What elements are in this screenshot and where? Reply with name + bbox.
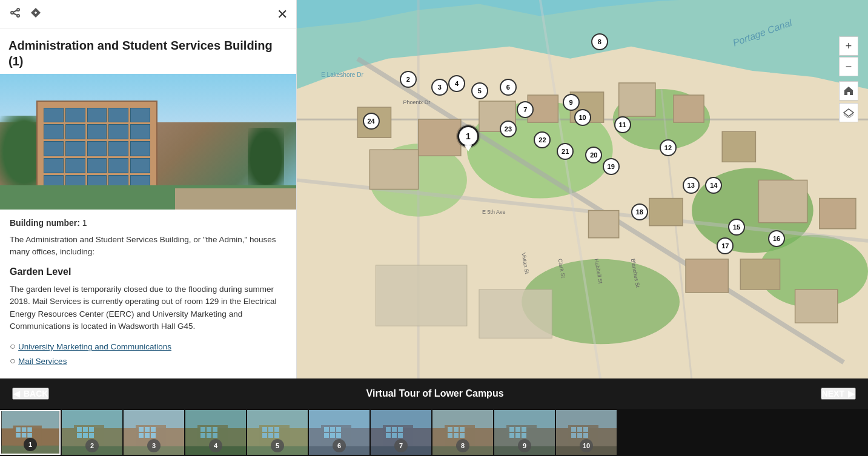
- svg-rect-43: [22, 427, 27, 432]
- svg-rect-136: [577, 433, 582, 438]
- layers-button[interactable]: [839, 103, 858, 122]
- map-marker-2[interactable]: 2: [400, 71, 417, 88]
- map-marker-15[interactable]: 15: [728, 219, 745, 236]
- svg-rect-122: [509, 427, 514, 432]
- map-container[interactable]: Portage Canal E Lakeshore Dr Vivian St C…: [297, 0, 868, 378]
- back-button[interactable]: ◀ BACK: [12, 388, 49, 400]
- map-marker-13[interactable]: 13: [683, 177, 700, 194]
- map-marker-3[interactable]: 3: [431, 79, 448, 96]
- map-marker-18[interactable]: 18: [631, 203, 648, 220]
- svg-rect-135: [571, 433, 576, 438]
- svg-rect-83: [268, 427, 273, 432]
- svg-rect-56: [83, 433, 88, 438]
- next-button[interactable]: NEXT ▶: [821, 388, 856, 400]
- directions-button[interactable]: [29, 6, 42, 22]
- svg-rect-85: [262, 433, 267, 438]
- map-marker-10[interactable]: 10: [574, 109, 591, 126]
- map-marker-17[interactable]: 17: [717, 237, 734, 254]
- svg-rect-113: [454, 427, 459, 432]
- map-marker-23[interactable]: 23: [500, 121, 517, 137]
- svg-point-1: [11, 12, 13, 14]
- thumbnail-1[interactable]: 1: [0, 410, 61, 455]
- svg-line-4: [13, 13, 17, 15]
- thumbnail-9[interactable]: 9: [494, 410, 555, 455]
- svg-rect-115: [448, 433, 452, 438]
- thumbnail-7[interactable]: 7: [371, 410, 431, 455]
- panel-header: ✕: [0, 0, 296, 29]
- svg-rect-28: [376, 265, 466, 326]
- map-marker-12[interactable]: 12: [660, 139, 677, 156]
- map-marker-16[interactable]: 16: [768, 230, 785, 247]
- svg-rect-42: [16, 427, 21, 432]
- map-marker-1[interactable]: 1: [457, 125, 479, 147]
- bottom-bar: ◀ BACK Virtual Tour of Lower Campus NEXT…: [0, 378, 868, 409]
- svg-rect-46: [22, 433, 27, 438]
- zoom-out-button[interactable]: −: [839, 57, 858, 76]
- svg-rect-62: [139, 427, 144, 432]
- next-label: NEXT: [822, 389, 844, 398]
- map-marker-20[interactable]: 20: [585, 147, 602, 164]
- thumbnail-3[interactable]: 3: [124, 410, 184, 455]
- map-marker-7[interactable]: 7: [517, 101, 534, 118]
- svg-rect-53: [83, 427, 88, 432]
- map-marker-6[interactable]: 6: [500, 79, 517, 96]
- svg-rect-95: [324, 433, 329, 438]
- svg-rect-63: [145, 427, 150, 432]
- thumb-number-10: 10: [580, 439, 593, 452]
- thumbnail-6[interactable]: 6: [309, 410, 369, 455]
- home-button[interactable]: [839, 81, 858, 101]
- svg-rect-29: [479, 289, 552, 338]
- svg-rect-126: [515, 433, 520, 438]
- map-marker-8[interactable]: 8: [591, 33, 608, 50]
- svg-rect-25: [686, 259, 728, 292]
- close-icon: ✕: [277, 7, 288, 22]
- svg-rect-19: [820, 199, 856, 229]
- svg-rect-72: [200, 427, 205, 432]
- map-marker-11[interactable]: 11: [614, 116, 631, 133]
- map-marker-21[interactable]: 21: [557, 143, 574, 160]
- svg-rect-137: [583, 433, 588, 438]
- university-marketing-link[interactable]: University Marketing and Communications: [18, 342, 171, 351]
- svg-rect-107: [398, 433, 403, 438]
- svg-rect-84: [274, 427, 279, 432]
- thumbnail-10[interactable]: 10: [556, 410, 617, 455]
- map-marker-4[interactable]: 4: [448, 75, 465, 92]
- svg-rect-127: [522, 433, 526, 438]
- map-marker-22[interactable]: 22: [534, 131, 551, 148]
- thumbnail-2[interactable]: 2: [62, 410, 122, 455]
- svg-rect-124: [522, 427, 526, 432]
- map-marker-14[interactable]: 14: [705, 177, 722, 194]
- svg-rect-117: [460, 433, 465, 438]
- svg-rect-45: [16, 433, 21, 438]
- share-button[interactable]: [8, 6, 22, 22]
- thumbnail-8[interactable]: 8: [432, 410, 493, 455]
- svg-rect-76: [207, 433, 211, 438]
- svg-rect-105: [386, 433, 391, 438]
- close-button[interactable]: ✕: [277, 7, 288, 22]
- thumbnail-5[interactable]: 5: [247, 410, 308, 455]
- zoom-in-button[interactable]: +: [839, 36, 858, 56]
- svg-rect-24: [369, 150, 418, 189]
- panel-body: Building number: 1 The Administration an…: [0, 210, 296, 379]
- svg-rect-97: [336, 433, 341, 438]
- thumb-number-2: 2: [85, 439, 99, 452]
- map-marker-5[interactable]: 5: [471, 82, 488, 99]
- thumb-number-4: 4: [209, 439, 222, 452]
- back-label: BACK: [24, 389, 48, 398]
- svg-rect-103: [392, 427, 397, 432]
- map-marker-19[interactable]: 19: [603, 158, 620, 175]
- thumbnail-4[interactable]: 4: [185, 410, 246, 455]
- svg-rect-112: [448, 427, 452, 432]
- tour-title: Virtual Tour of Lower Campus: [49, 388, 820, 399]
- svg-rect-54: [89, 427, 94, 432]
- garden-level-heading: Garden Level: [10, 266, 287, 277]
- number-label: Building number:: [10, 218, 82, 228]
- map-marker-24[interactable]: 24: [363, 113, 380, 130]
- mail-services-link[interactable]: Mail Services: [18, 357, 67, 366]
- svg-rect-125: [509, 433, 514, 438]
- back-arrow-icon: ◀: [13, 389, 20, 398]
- svg-rect-114: [460, 427, 465, 432]
- svg-rect-57: [89, 433, 94, 438]
- svg-rect-116: [454, 433, 459, 438]
- map-marker-9[interactable]: 9: [563, 94, 580, 111]
